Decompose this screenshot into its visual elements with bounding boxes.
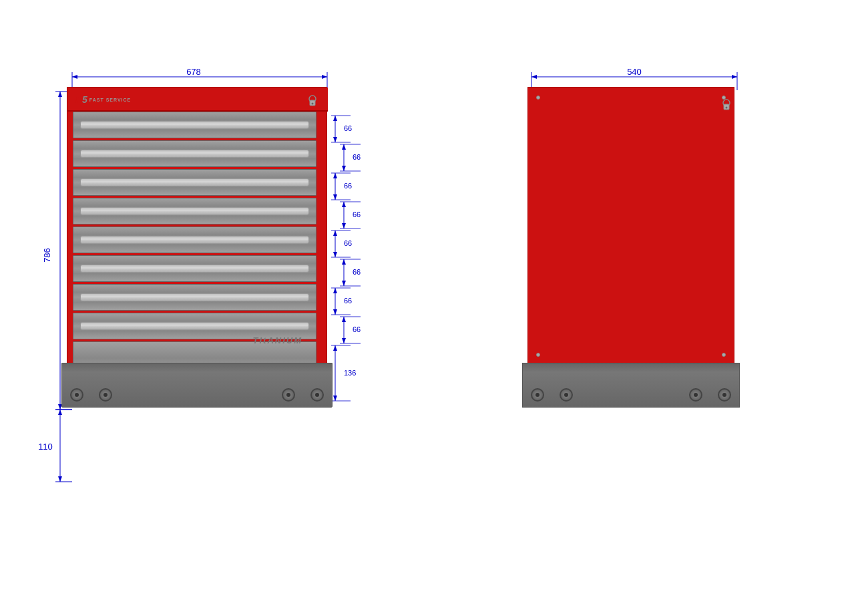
svg-marker-32 [333,194,337,200]
wheel-side-3 [689,388,702,402]
svg-text:66: 66 [353,210,361,218]
side-lock-icon [722,97,731,110]
svg-marker-56 [333,309,337,315]
cabinet-base-side [522,363,740,408]
svg-text:786: 786 [42,248,52,263]
drawer-2 [73,140,316,167]
wheel-front-right-1 [282,388,295,402]
svg-text:110: 110 [38,442,53,452]
svg-marker-67 [333,345,337,351]
svg-marker-50 [342,281,346,286]
svg-marker-20 [333,137,337,142]
drawer-7 [73,284,316,311]
svg-marker-19 [333,116,337,121]
svg-point-83 [726,107,728,109]
drawer-6 [73,255,316,282]
drawers-area: TItANIUM [73,112,316,398]
svg-point-80 [312,103,314,105]
svg-marker-55 [333,288,337,293]
wheel-side-1 [531,388,544,402]
side-body [527,87,734,408]
svg-text:540: 540 [627,67,642,77]
svg-marker-74 [732,75,737,79]
svg-text:66: 66 [344,239,352,247]
wheel-front-left-1 [70,388,83,402]
svg-text:66: 66 [344,124,352,132]
lock-icon [308,93,317,106]
svg-text:66: 66 [353,153,361,161]
brand-name: FAST SERVICE [89,98,131,102]
wheel-side-4 [718,388,731,402]
drawer-5 [73,226,316,253]
side-view [527,87,734,408]
svg-marker-68 [333,396,337,401]
svg-marker-26 [342,166,346,171]
svg-marker-37 [342,202,346,207]
fs-logo: F5 [75,92,87,106]
screw-bottom-right [722,353,726,357]
svg-text:66: 66 [353,268,361,276]
drawer-4 [73,198,316,224]
svg-marker-61 [342,317,346,322]
screw-bottom-left [536,353,540,357]
svg-marker-31 [333,173,337,178]
front-view: F5 FAST SERVICE [67,87,327,408]
cabinet-base-front [61,363,333,408]
svg-marker-73 [531,75,537,79]
svg-text:136: 136 [344,369,356,377]
svg-text:66: 66 [353,325,361,333]
canvas: 678 786 110 66 66 [0,0,868,614]
cabinet-side [527,87,734,408]
svg-text:678: 678 [186,67,201,77]
svg-marker-62 [342,338,346,343]
cabinet-body: F5 FAST SERVICE [67,87,327,408]
wheel-front-right-2 [310,388,324,402]
svg-marker-2 [322,75,327,79]
svg-marker-25 [342,144,346,150]
wheel-side-2 [560,388,573,402]
product-name-label: TItANIUM [253,335,303,345]
cabinet-front: F5 FAST SERVICE [67,87,327,408]
drawer-3 [73,169,316,196]
svg-marker-13 [58,410,62,415]
svg-marker-7 [58,92,62,97]
svg-marker-1 [72,75,77,79]
svg-marker-43 [333,231,337,236]
svg-marker-38 [342,223,346,228]
cabinet-top-strip: F5 FAST SERVICE [67,88,328,112]
drawer-1 [73,112,316,138]
svg-marker-49 [342,259,346,265]
svg-text:66: 66 [344,297,352,305]
svg-marker-44 [333,252,337,257]
svg-marker-14 [58,476,62,482]
wheel-front-left-2 [99,388,112,402]
svg-text:66: 66 [344,182,352,190]
screw-top-left [536,96,540,100]
